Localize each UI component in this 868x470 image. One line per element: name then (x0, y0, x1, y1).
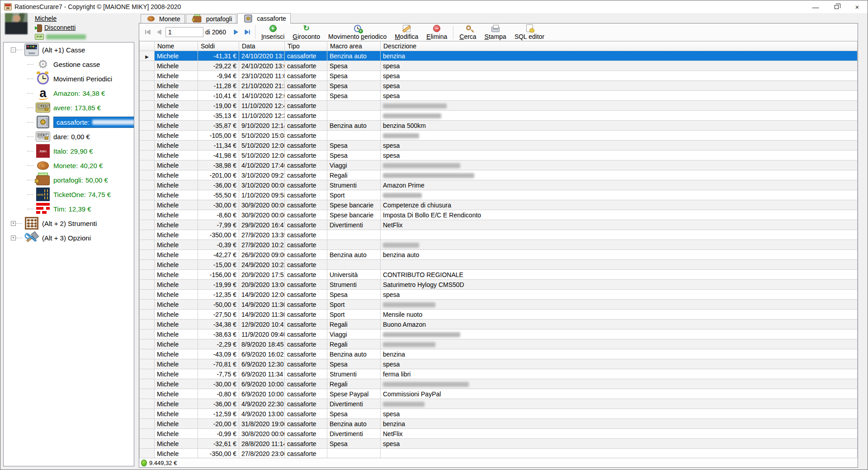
row-selector[interactable] (140, 71, 155, 81)
cell-nome[interactable]: Michele (155, 111, 198, 121)
cell-data[interactable]: 21/10/2020 21:30 (239, 81, 285, 91)
cell-data[interactable]: 3/10/2020 00:00 (239, 180, 285, 190)
cell-nome[interactable]: Michele (155, 141, 198, 150)
cell-macro[interactable]: Spese bancarie (327, 200, 381, 210)
cell-tipo[interactable]: cassaforte (285, 121, 327, 131)
cell-soldi[interactable]: -156,00 € (198, 270, 239, 280)
cell-tipo[interactable]: cassaforte (285, 141, 327, 150)
cell-descrizione[interactable]: benzina auto (381, 250, 858, 260)
move-previous-button[interactable] (153, 27, 165, 38)
cerca-button[interactable]: Cerca (455, 24, 480, 41)
row-selector[interactable] (140, 250, 155, 260)
sidebar-item-tim[interactable]: Tim:12,39 € (4, 202, 134, 216)
cell-nome[interactable]: Michele (155, 290, 198, 300)
table-row[interactable]: Michele-55,50 €1/10/2020 09:58cassaforte… (140, 190, 858, 200)
sidebar-item-casse[interactable]: -(Alt +1) Casse (4, 42, 134, 57)
cell-soldi[interactable]: -41,31 € (198, 51, 239, 61)
cell-descrizione[interactable] (381, 260, 858, 270)
cell-soldi[interactable]: -27,50 € (198, 310, 239, 320)
cell-nome[interactable]: Michele (155, 339, 198, 349)
cell-data[interactable]: 12/9/2020 10:41 (239, 320, 285, 329)
table-row[interactable]: Michele-38,63 €11/9/2020 09:40cassaforte… (140, 329, 858, 339)
cell-descrizione[interactable]: ferma libri (381, 369, 858, 379)
row-selector[interactable] (140, 160, 155, 170)
column-header-descrizione[interactable]: Descrizione (381, 42, 858, 51)
row-selector[interactable] (140, 379, 155, 389)
cell-macro[interactable]: Divertimenti (327, 399, 381, 409)
cell-macro[interactable]: Viaggi (327, 329, 381, 339)
cell-nome[interactable]: Michele (155, 419, 198, 429)
table-row[interactable]: Michele-19,99 €20/9/2020 13:00cassaforte… (140, 280, 858, 290)
cell-data[interactable]: 5/10/2020 12:00 (239, 141, 285, 150)
cell-soldi[interactable]: -36,00 € (198, 399, 239, 409)
cell-nome[interactable]: Michele (155, 150, 198, 160)
cell-tipo[interactable]: cassaforte (285, 150, 327, 160)
cell-soldi[interactable]: -12,35 € (198, 290, 239, 300)
sidebar-item-avere[interactable]: CREDITavere:173,85 € (4, 100, 134, 115)
row-selector[interactable] (140, 101, 155, 111)
table-row[interactable]: Michele-19,00 €11/10/2020 12:43cassafort… (140, 101, 858, 111)
cell-soldi[interactable]: -55,50 € (198, 190, 239, 200)
cell-nome[interactable]: Michele (155, 409, 198, 419)
cell-data[interactable]: 14/9/2020 11:30 (239, 310, 285, 320)
cell-tipo[interactable]: cassaforte (285, 270, 327, 280)
cell-nome[interactable]: Michele (155, 300, 198, 310)
cell-soldi[interactable]: -19,99 € (198, 280, 239, 290)
table-row[interactable]: Michele-350,00 €27/9/2020 13:39cassafort… (140, 230, 858, 240)
row-selector[interactable] (140, 131, 155, 141)
cell-soldi[interactable]: -20,00 € (198, 419, 239, 429)
cell-data[interactable]: 30/9/2020 00:00 (239, 210, 285, 220)
cell-data[interactable]: 11/10/2020 12:33 (239, 111, 285, 121)
row-selector[interactable] (140, 81, 155, 91)
cell-macro[interactable]: Strumenti (327, 280, 381, 290)
move-last-button[interactable] (242, 27, 253, 38)
cell-descrizione[interactable]: spesa (381, 91, 858, 101)
cell-nome[interactable]: Michele (155, 61, 198, 71)
cell-data[interactable]: 6/9/2020 12:30 (239, 359, 285, 369)
table-row[interactable]: Michele-12,59 €4/9/2020 13:00cassaforteS… (140, 409, 858, 419)
cell-descrizione[interactable]: spesa (381, 290, 858, 300)
cell-nome[interactable]: Michele (155, 379, 198, 389)
cell-tipo[interactable]: cassaforte (285, 449, 327, 458)
cell-tipo[interactable]: cassaforte (285, 61, 327, 71)
row-selector[interactable] (140, 300, 155, 310)
column-header-nome[interactable]: Nome (155, 42, 198, 51)
sidebar-item-amazon[interactable]: aAmazon:34,38 € (4, 86, 134, 100)
cell-descrizione[interactable]: NetFlix (381, 220, 858, 230)
cell-data[interactable]: 14/9/2020 11:30 (239, 300, 285, 310)
cell-macro[interactable]: Regali (327, 170, 381, 180)
cell-descrizione[interactable] (381, 379, 858, 389)
cell-soldi[interactable]: -32,61 € (198, 439, 239, 449)
cell-tipo[interactable]: cassaforte (285, 300, 327, 310)
cell-tipo[interactable]: cassaforte (285, 310, 327, 320)
cell-macro[interactable] (327, 240, 381, 250)
table-row[interactable]: Michele-20,00 €31/8/2020 19:00cassaforte… (140, 419, 858, 429)
table-row[interactable]: Michele-0,80 €6/9/2020 10:00cassaforteSp… (140, 389, 858, 399)
selected-tree-node[interactable]: cassaforte: (53, 117, 134, 128)
cell-macro[interactable]: Sport (327, 310, 381, 320)
cell-tipo[interactable]: cassaforte (285, 91, 327, 101)
cell-descrizione[interactable] (381, 230, 858, 240)
cell-descrizione[interactable]: spesa (381, 439, 858, 449)
cell-descrizione[interactable]: spesa (381, 141, 858, 150)
row-selector[interactable] (140, 339, 155, 349)
cell-nome[interactable]: Michele (155, 160, 198, 170)
cell-descrizione[interactable] (381, 399, 858, 409)
cell-data[interactable]: 27/9/2020 13:39 (239, 230, 285, 240)
cell-macro[interactable] (327, 111, 381, 121)
cell-macro[interactable]: Sport (327, 190, 381, 200)
cell-tipo[interactable]: cassaforte (285, 81, 327, 91)
row-selector[interactable] (140, 369, 155, 379)
sidebar-item-gestione-casse[interactable]: ⚙Gestione casse (4, 57, 134, 71)
move-first-button[interactable] (142, 27, 153, 38)
table-row[interactable]: Michele-7,99 €29/9/2020 16:47cassaforteD… (140, 220, 858, 230)
cell-macro[interactable]: Spesa (327, 439, 381, 449)
elimina-button[interactable]: −Elimina (422, 24, 451, 41)
cell-nome[interactable]: Michele (155, 250, 198, 260)
sidebar-item-monete[interactable]: Monete:40,20 € (4, 158, 134, 173)
cell-soldi[interactable]: -35,87 € (198, 121, 239, 131)
modifica-button[interactable]: Modifica (391, 24, 422, 41)
cell-soldi[interactable]: -12,59 € (198, 409, 239, 419)
cell-macro[interactable] (327, 131, 381, 141)
row-selector[interactable] (140, 349, 155, 359)
